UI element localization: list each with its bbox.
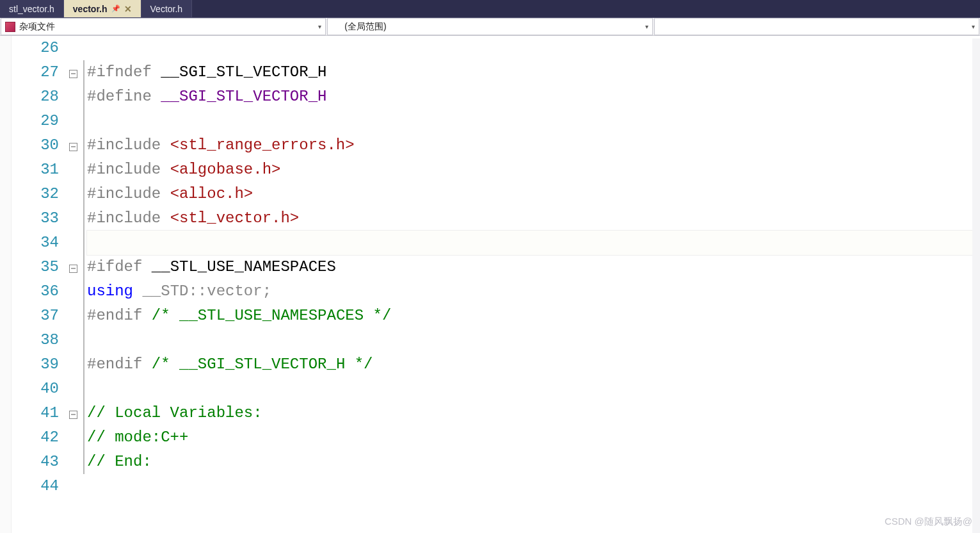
code-token: #ifdef bbox=[87, 258, 152, 275]
code-token: using bbox=[87, 283, 142, 300]
project-icon bbox=[5, 22, 15, 32]
scope-dropdown-label: (全局范围) bbox=[332, 21, 645, 33]
close-icon[interactable]: ✕ bbox=[124, 4, 132, 14]
code-line[interactable]: #include <alloc.h> bbox=[87, 182, 974, 206]
code-token: <stl_range_errors.h> bbox=[170, 136, 355, 154]
code-token: // Local Variables: bbox=[87, 404, 262, 422]
code-token: #endif bbox=[87, 356, 152, 373]
fold-toggle-icon[interactable] bbox=[69, 70, 77, 78]
code-line[interactable]: #endif /* __STL_USE_NAMESPACES */ bbox=[87, 304, 974, 328]
code-line[interactable] bbox=[87, 377, 974, 401]
line-number: 29 bbox=[12, 109, 59, 133]
tab-bar: stl_vector.h vector.h 📌 ✕ Vector.h bbox=[0, 0, 980, 18]
scope-dropdown[interactable]: (全局范围) ▾ bbox=[327, 18, 652, 35]
code-line[interactable]: // End: bbox=[87, 450, 974, 474]
code-token: __SGI_STL_VECTOR_H bbox=[161, 88, 326, 105]
code-token: /* __SGI_STL_VECTOR_H */ bbox=[152, 356, 373, 373]
line-number: 33 bbox=[12, 206, 59, 231]
code-token: #include bbox=[87, 185, 170, 202]
project-dropdown-label: 杂项文件 bbox=[19, 21, 318, 33]
code-token: #include bbox=[87, 209, 170, 227]
code-line[interactable]: // mode:C++ bbox=[87, 425, 974, 450]
tab-label: Vector.h bbox=[150, 4, 183, 14]
code-line[interactable] bbox=[87, 36, 974, 60]
code-token: <alloc.h> bbox=[170, 185, 253, 202]
line-number: 27 bbox=[12, 60, 59, 85]
chevron-down-icon: ▾ bbox=[972, 23, 975, 30]
tab-stl-vector-h[interactable]: stl_vector.h bbox=[0, 0, 64, 17]
vertical-scrollbar[interactable] bbox=[972, 38, 980, 533]
navigation-dropdown-bar: 杂项文件 ▾ (全局范围) ▾ ▾ bbox=[0, 18, 980, 36]
code-content[interactable]: #ifndef __SGI_STL_VECTOR_H#define __SGI_… bbox=[87, 36, 980, 533]
fold-toggle-icon[interactable] bbox=[69, 411, 77, 419]
code-line[interactable]: // Local Variables: bbox=[87, 401, 974, 425]
code-editor[interactable]: 26272829303132333435363738394041424344 #… bbox=[0, 36, 980, 533]
line-number: 28 bbox=[12, 85, 59, 109]
editor-margin bbox=[0, 36, 12, 533]
code-token: // End: bbox=[87, 453, 152, 470]
code-token: <algobase.h> bbox=[170, 161, 281, 178]
code-token: #endif bbox=[87, 307, 152, 324]
code-token: __STD::vector; bbox=[142, 283, 271, 300]
line-number: 38 bbox=[12, 328, 59, 352]
code-token: #include bbox=[87, 136, 170, 154]
line-number: 34 bbox=[12, 231, 59, 255]
line-number: 42 bbox=[12, 425, 59, 450]
code-token: #ifndef bbox=[87, 63, 161, 81]
line-number: 40 bbox=[12, 377, 59, 401]
line-number: 44 bbox=[12, 474, 59, 498]
code-line[interactable]: #include <stl_range_errors.h> bbox=[87, 133, 974, 158]
tab-vector-h[interactable]: vector.h 📌 ✕ bbox=[64, 0, 141, 17]
code-line[interactable]: #include <algobase.h> bbox=[87, 158, 974, 182]
line-number: 26 bbox=[12, 36, 59, 60]
tab-label: vector.h bbox=[73, 4, 108, 14]
code-token: #define bbox=[87, 88, 161, 105]
pin-icon[interactable]: 📌 bbox=[111, 4, 120, 13]
line-number: 32 bbox=[12, 182, 59, 206]
code-line[interactable] bbox=[87, 109, 974, 133]
fold-toggle-icon[interactable] bbox=[69, 143, 77, 151]
line-number: 30 bbox=[12, 133, 59, 158]
code-line[interactable]: using __STD::vector; bbox=[87, 279, 974, 304]
code-line[interactable] bbox=[87, 474, 974, 498]
code-line[interactable]: #define __SGI_STL_VECTOR_H bbox=[87, 85, 974, 109]
code-token: __STL_USE_NAMESPACES bbox=[152, 258, 336, 275]
tab-label: stl_vector.h bbox=[9, 4, 54, 14]
code-token: <stl_vector.h> bbox=[170, 209, 300, 227]
code-line[interactable]: #ifndef __SGI_STL_VECTOR_H bbox=[87, 60, 974, 85]
line-number: 43 bbox=[12, 450, 59, 474]
line-number: 39 bbox=[12, 352, 59, 377]
code-line[interactable] bbox=[87, 328, 974, 352]
code-token: /* __STL_USE_NAMESPACES */ bbox=[152, 307, 391, 324]
chevron-down-icon: ▾ bbox=[645, 23, 648, 30]
line-number: 37 bbox=[12, 304, 59, 328]
code-line[interactable]: #ifdef __STL_USE_NAMESPACES bbox=[87, 255, 974, 279]
code-line[interactable] bbox=[87, 231, 974, 255]
line-number: 31 bbox=[12, 158, 59, 182]
code-line[interactable]: #endif /* __SGI_STL_VECTOR_H */ bbox=[87, 352, 974, 377]
chevron-down-icon: ▾ bbox=[318, 23, 321, 30]
tab-capital-vector-h[interactable]: Vector.h bbox=[141, 0, 193, 17]
code-token: // mode:C++ bbox=[87, 429, 188, 446]
code-token: #include bbox=[87, 161, 170, 178]
line-number-gutter: 26272829303132333435363738394041424344 bbox=[12, 36, 69, 533]
fold-toggle-icon[interactable] bbox=[69, 265, 77, 273]
code-line[interactable]: #include <stl_vector.h> bbox=[87, 206, 974, 231]
project-dropdown[interactable]: 杂项文件 ▾ bbox=[1, 18, 326, 35]
code-token: __SGI_STL_VECTOR_H bbox=[161, 63, 326, 81]
line-number: 35 bbox=[12, 255, 59, 279]
member-dropdown[interactable]: ▾ bbox=[654, 18, 979, 35]
watermark: CSDN @随风飘扬@ bbox=[885, 516, 972, 528]
line-number: 41 bbox=[12, 401, 59, 425]
line-number: 36 bbox=[12, 279, 59, 304]
